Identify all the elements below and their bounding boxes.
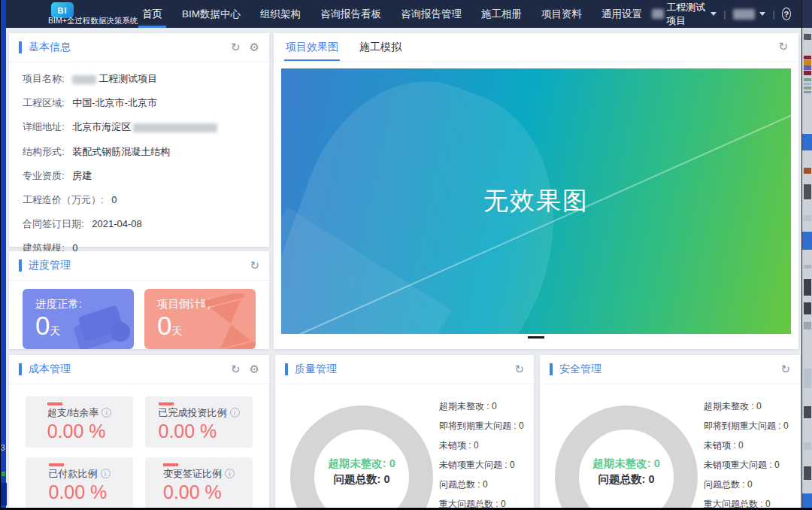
cost-card-change-visa: 变更签证比例i 0.00 % xyxy=(145,457,253,508)
refresh-icon[interactable]: ↻ xyxy=(231,42,241,53)
info-row-sign-date: 合同签订日期: 2021-04-08 xyxy=(23,217,256,231)
safety-body: 超期未整改: 0 问题总数: 0 超期未整改 : 0 即将到期重大问题 : 0 … xyxy=(540,384,800,510)
cost-card-invest-complete: 已完成投资比例i 0.00 % xyxy=(145,396,253,448)
cost-header: 成本管理 ↻ ⚙ xyxy=(9,355,269,384)
nav-tab-org-structure[interactable]: 组织架构 xyxy=(250,0,311,28)
carousel-indicator[interactable] xyxy=(528,336,544,338)
basic-info-panel: 基本信息 ↻ ⚙ 项目名称: 工程测试项目 工程区域: 中国-北京市-北京市 详… xyxy=(9,33,269,247)
cost-card-overrun-rate: 超支/结余率i 0.00 % xyxy=(26,396,133,448)
info-row-region: 工程区域: 中国-北京市-北京市 xyxy=(23,96,256,110)
info-row-address: 详细地址: 北京市海淀区 xyxy=(23,120,256,134)
quality-header: 质量管理 ↻ xyxy=(275,355,534,384)
quality-title: 质量管理 xyxy=(295,363,337,376)
title-accent-bar xyxy=(19,363,22,375)
render-viewer-panel: 项目效果图 施工模拟 ↻ 无效果图 xyxy=(274,33,798,349)
refresh-icon[interactable]: ↻ xyxy=(250,260,259,272)
info-icon[interactable]: i xyxy=(230,408,240,417)
redacted-text xyxy=(133,123,217,132)
title-accent-bar xyxy=(550,363,553,375)
stat-item: 未销项重大问题 : 0 xyxy=(439,455,524,475)
stat-item: 超期未整改 : 0 xyxy=(704,396,789,416)
safety-panel: 安全管理 ↻ 超期未整改: 0 问题总数: 0 超期未整改 : 0 即将到期重大… xyxy=(540,355,800,510)
no-render-text: 无效果图 xyxy=(281,68,791,334)
background-window-left-edge: 3 xyxy=(0,0,6,510)
app-screen: BI BIM+全过程数据决策系统 首页 BIM数据中心 组织架构 咨询报告看板 … xyxy=(0,0,812,510)
tab-construction-simulation[interactable]: 施工模拟 xyxy=(358,33,403,61)
quality-body: 超期未整改: 0 问题总数: 0 超期未整改 : 0 即将到期重大问题 : 0 … xyxy=(275,384,534,510)
title-accent-bar xyxy=(19,41,22,53)
basic-info-header: 基本信息 ↻ ⚙ xyxy=(9,33,269,62)
refresh-icon[interactable]: ↻ xyxy=(778,41,788,53)
info-row-cost: 工程造价（万元）: 0 xyxy=(23,193,256,207)
stat-item: 即将到期重大问题 : 0 xyxy=(704,416,789,436)
redacted-project-prefix xyxy=(652,9,664,19)
cost-title: 成本管理 xyxy=(29,363,71,376)
refresh-icon[interactable]: ↻ xyxy=(231,364,241,375)
safety-title: 安全管理 xyxy=(559,363,601,376)
render-placeholder-image: 无效果图 xyxy=(281,68,791,334)
tab-render-image[interactable]: 项目效果图 xyxy=(284,33,340,61)
red-dash xyxy=(163,463,178,466)
nav-tab-project-docs[interactable]: 项目资料 xyxy=(532,0,592,28)
safety-gauge-chart: 超期未整改: 0 问题总数: 0 xyxy=(555,405,698,478)
basic-info-body: 项目名称: 工程测试项目 工程区域: 中国-北京市-北京市 详细地址: 北京市海… xyxy=(9,62,269,280)
top-navbar: BI BIM+全过程数据决策系统 首页 BIM数据中心 组织架构 咨询报告看板 … xyxy=(6,0,801,28)
info-row-project-name: 项目名称: 工程测试项目 xyxy=(23,72,256,86)
cost-card-paid-ratio: 已付款比例i 0.00 % xyxy=(26,457,133,508)
info-row-qualification: 专业资质: 房建 xyxy=(23,169,256,183)
basic-info-title: 基本信息 xyxy=(29,41,71,54)
background-window-minimap xyxy=(801,0,812,510)
red-dash xyxy=(159,402,174,405)
nav-tab-bim-data-center[interactable]: BIM数据中心 xyxy=(172,0,250,28)
stat-item: 超期未整改 : 0 xyxy=(439,396,524,416)
progress-panel: 进度管理 ↻ 进度正常: 0天 项目倒计时: 0天 xyxy=(9,251,269,349)
nav-tab-general-settings[interactable]: 通用设置 xyxy=(592,0,652,28)
nav-right-cluster: 工程测试项目 | | ? xyxy=(652,0,801,28)
gear-icon[interactable]: ⚙ xyxy=(250,364,259,375)
info-icon[interactable]: i xyxy=(101,469,111,478)
chevron-down-icon[interactable] xyxy=(759,12,765,16)
hourglass-icon xyxy=(203,293,256,349)
stat-item: 即将到期重大问题 : 0 xyxy=(439,416,524,436)
nav-divider: | xyxy=(772,8,774,20)
nav-tab-report-manage[interactable]: 咨询报告管理 xyxy=(391,0,471,28)
red-dash xyxy=(49,463,64,466)
red-dash xyxy=(47,402,62,405)
progress-body: 进度正常: 0天 项目倒计时: 0天 xyxy=(9,281,269,349)
nav-tab-report-board[interactable]: 咨询报告看板 xyxy=(311,0,391,28)
safety-header: 安全管理 ↻ xyxy=(540,355,800,384)
stat-item: 问题总数 : 0 xyxy=(439,475,524,494)
info-icon[interactable]: i xyxy=(102,408,111,417)
wallet-icon xyxy=(71,302,134,349)
info-icon[interactable]: i xyxy=(225,469,235,478)
background-window-text: 3 xyxy=(1,444,5,452)
refresh-icon[interactable]: ↻ xyxy=(514,364,524,375)
nav-tab-home[interactable]: 首页 xyxy=(132,0,172,28)
stat-item: 未销项重大问题 : 0 xyxy=(704,455,789,475)
cost-panel: 成本管理 ↻ ⚙ 超支/结余率i 0.00 % 已完成投资比例i 0.00 % xyxy=(9,355,269,510)
quality-stats-list: 超期未整改 : 0 即将到期重大问题 : 0 未销项 : 0 未销项重大问题 :… xyxy=(439,384,524,510)
brand-title: BIM+全过程数据决策系统 xyxy=(48,16,138,26)
nav-divider: | xyxy=(723,8,726,20)
nav-tab-construction-album[interactable]: 施工相册 xyxy=(471,0,532,28)
title-accent-bar xyxy=(19,260,22,272)
progress-header: 进度管理 ↻ xyxy=(9,251,269,281)
progress-title: 进度管理 xyxy=(29,259,71,272)
nav-menu: 首页 BIM数据中心 组织架构 咨询报告看板 咨询报告管理 施工相册 项目资料 … xyxy=(132,0,652,28)
help-icon[interactable]: ? xyxy=(782,8,791,20)
progress-normal-card[interactable]: 进度正常: 0天 xyxy=(23,289,134,349)
cost-body: 超支/结余率i 0.00 % 已完成投资比例i 0.00 % 已付款比例i 0.… xyxy=(9,384,269,508)
stat-item: 未销项 : 0 xyxy=(704,436,789,455)
brand: BI BIM+全过程数据决策系统 xyxy=(6,0,132,28)
title-accent-bar xyxy=(285,363,288,375)
quality-gauge-chart: 超期未整改: 0 问题总数: 0 xyxy=(290,405,433,478)
stat-item: 未销项 : 0 xyxy=(439,436,524,455)
redacted-text xyxy=(72,75,96,84)
chevron-down-icon[interactable] xyxy=(710,12,717,16)
refresh-icon[interactable]: ↻ xyxy=(780,364,790,375)
project-selector[interactable]: 工程测试项目 xyxy=(666,1,706,28)
viewer-tabs: 项目效果图 施工模拟 ↻ xyxy=(274,33,798,62)
gear-icon[interactable]: ⚙ xyxy=(250,42,259,53)
safety-stats-list: 超期未整改 : 0 即将到期重大问题 : 0 未销项 : 0 未销项重大问题 :… xyxy=(704,384,789,510)
project-countdown-card[interactable]: 项目倒计时: 0天 xyxy=(144,289,256,349)
